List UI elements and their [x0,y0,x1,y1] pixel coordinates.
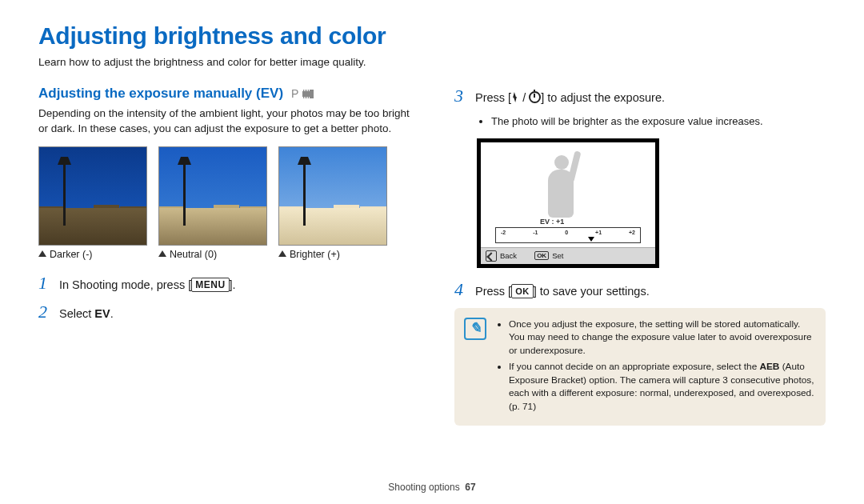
ev-meter: -2 -1 0 +1 +2 [495,227,641,243]
thumb-brighter [278,146,387,246]
steps-right-2: 4 Press [OK] to save your settings. [454,279,826,300]
step-2-text: Select EV. [59,307,114,320]
step-3-sub: The photo will be brighter as the exposu… [477,114,826,129]
info-icon: ✎ [464,318,486,340]
steps-right: 3 Press [ / ] to adjust the exposure. [454,86,826,106]
steps-left: 1 In Shooting mode, press [MENU]. 2 Sele… [38,273,410,322]
caption-neutral: Neutral (0) [158,249,267,260]
mode-p-icon: P [291,87,299,100]
thumb-darker [38,146,147,246]
note-list: Once you adjust the exposure, the settin… [496,318,814,417]
menu-key-icon: MENU [191,278,229,292]
exposure-examples: Darker (-) Neutral (0) [38,146,410,260]
section-body: Depending on the intensity of the ambien… [38,106,410,137]
footer-section: Shooting options [388,482,459,493]
ok-key-icon: OK [511,284,534,298]
example-neutral: Neutral (0) [158,146,267,260]
note-item-1: Once you adjust the exposure, the settin… [509,318,814,358]
lcd-bottom-bar: Back OK Set [481,247,655,264]
back-icon [486,250,497,262]
thumb-neutral [158,146,267,246]
caption-brighter: Brighter (+) [278,249,387,260]
caption-darker: Darker (-) [38,249,147,260]
triangle-up-icon [38,250,46,257]
note-item-2: If you cannot decide on an appropriate e… [509,360,814,413]
step-3-text: Press [ / ] to adjust the exposure. [475,91,665,104]
page-title: Adjusting brightness and color [38,22,826,50]
camera-lcd: EV : +1 -2 -1 0 +1 +2 Back [477,138,659,268]
step-number: 2 [38,302,59,322]
step-4-text: Press [OK] to save your settings. [475,284,650,298]
page-footer: Shooting options 67 [0,482,864,493]
lcd-inner: EV : +1 -2 -1 0 +1 +2 Back [481,142,655,264]
triangle-up-icon [158,250,166,257]
back-label: Back [500,251,517,260]
step-number: 1 [38,273,59,294]
step-number: 3 [454,86,475,106]
right-column: 3 Press [ / ] to adjust the exposure. Th… [454,86,826,426]
timer-icon [529,91,541,103]
step-3: 3 Press [ / ] to adjust the exposure. [454,86,826,106]
silhouette-icon [532,150,590,224]
triangle-up-icon [278,250,286,257]
ev-label: EV : +1 [540,218,564,226]
ev-tick-labels: -2 -1 0 +1 +2 [496,230,640,235]
mode-movie-icon [302,90,314,98]
step-number: 4 [454,279,475,300]
example-darker: Darker (-) [38,146,147,260]
step-1: 1 In Shooting mode, press [MENU]. [38,273,410,294]
columns: Adjusting the exposure manually (EV) P D… [38,86,826,426]
ev-cursor-icon [588,237,594,242]
section-heading: Adjusting the exposure manually (EV) P [38,86,410,102]
example-brighter: Brighter (+) [278,146,387,260]
set-label: Set [552,251,563,260]
ok-icon: OK [534,251,549,260]
step-2: 2 Select EV. [38,302,410,322]
section-heading-text: Adjusting the exposure manually (EV) [38,86,283,102]
page-intro: Learn how to adjust the brightness and c… [38,56,826,68]
mode-icons: P [291,87,314,100]
step-4: 4 Press [OK] to save your settings. [454,279,826,300]
step-1-text: In Shooting mode, press [MENU]. [59,278,236,292]
flash-icon [511,92,519,103]
note-box: ✎ Once you adjust the exposure, the sett… [454,308,826,426]
footer-page-number: 67 [465,482,475,493]
manual-page: Adjusting brightness and color Learn how… [0,0,864,504]
left-column: Adjusting the exposure manually (EV) P D… [38,86,410,426]
step-3-bullet: The photo will be brighter as the exposu… [491,114,826,129]
